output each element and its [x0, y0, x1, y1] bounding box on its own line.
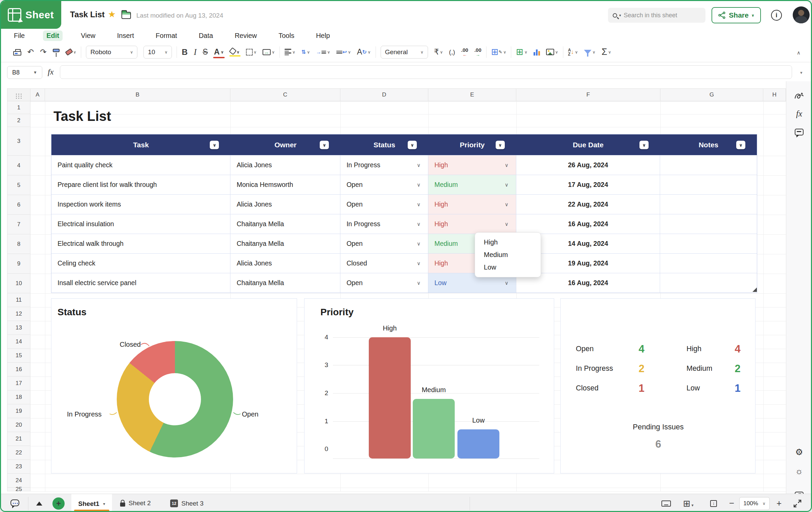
text-rotate-button[interactable]: A↻∨ [357, 47, 371, 57]
row-header-7[interactable]: 7 [7, 215, 30, 234]
row-header-17[interactable]: 17 [7, 377, 30, 390]
filter-dropdown-icon[interactable]: ∨ [496, 141, 505, 149]
insert-table-button[interactable]: ⊞∨ [516, 47, 527, 57]
user-avatar[interactable] [793, 6, 810, 23]
row-header-13[interactable]: 13 [7, 321, 30, 335]
priority-dropdown-icon[interactable]: ∨ [505, 221, 509, 227]
priority-dropdown-icon[interactable]: ∨ [505, 280, 509, 286]
print-button[interactable] [13, 48, 21, 56]
notes-cell[interactable] [660, 214, 757, 234]
status-cell[interactable]: Open∨ [340, 195, 428, 214]
column-header-F[interactable]: F [516, 88, 660, 101]
priority-dropdown-icon[interactable]: ∨ [505, 182, 509, 188]
task-cell[interactable]: Prepare client list for walk through [51, 175, 230, 194]
fullscreen-icon[interactable] [793, 499, 802, 508]
formula-bar-expand-icon[interactable]: ▾ [800, 70, 803, 75]
search-scope-caret-icon[interactable]: ▾ [619, 13, 621, 18]
column-header-B[interactable]: B [45, 88, 230, 101]
menu-format[interactable]: Format [152, 30, 180, 41]
row-header-21[interactable]: 21 [7, 432, 30, 446]
priority-cell[interactable]: Medium∨ [428, 175, 516, 194]
header-due-date[interactable]: Due Date∨ [516, 134, 660, 155]
status-cell[interactable]: Open∨ [340, 273, 428, 293]
undo-button[interactable]: ↶ [27, 47, 34, 57]
filter-dropdown-icon[interactable]: ∨ [639, 141, 649, 149]
zoom-level-select[interactable]: 100%∨ [739, 497, 770, 510]
row-header-25[interactable]: 25 [7, 488, 30, 491]
sheet-list-icon[interactable] [36, 502, 42, 506]
owner-cell[interactable]: Alicia Jones [230, 155, 340, 175]
sheet-tab-2[interactable]: Sheet 2 [120, 499, 151, 507]
sheet-search[interactable]: ▾ [608, 8, 705, 23]
owner-cell[interactable]: Alicia Jones [230, 195, 340, 214]
due-date-cell[interactable]: 22 Aug, 2024 [516, 195, 660, 214]
owner-cell[interactable]: Chaitanya Mella [230, 214, 340, 234]
sort-button[interactable]: AZ↓∨ [568, 48, 578, 56]
status-cell[interactable]: Open∨ [340, 234, 428, 253]
header-status[interactable]: Status∨ [340, 134, 428, 155]
owner-cell[interactable]: Chaitanya Mella [230, 273, 340, 293]
filter-button[interactable]: ∨ [584, 50, 595, 55]
redo-button[interactable]: ↷ [40, 47, 46, 57]
owner-cell[interactable]: Alicia Jones [230, 254, 340, 273]
task-cell[interactable]: Electrical walk through [51, 234, 230, 253]
row-header-2[interactable]: 2 [7, 114, 30, 127]
status-dropdown-icon[interactable]: ∨ [417, 221, 421, 227]
row-header-10[interactable]: 10 [7, 274, 30, 293]
owner-cell[interactable]: Chaitanya Mella [230, 234, 340, 253]
menu-help[interactable]: Help [313, 30, 333, 41]
fit-view-icon[interactable]: ↕ [710, 500, 717, 507]
row-header-22[interactable]: 22 [7, 446, 30, 460]
row-header-24[interactable]: 24 [7, 474, 30, 488]
owner-cell[interactable]: Monica Hemsworth [230, 175, 340, 194]
merge-cells-button[interactable]: ↔∨ [263, 49, 275, 55]
column-header-D[interactable]: D [340, 88, 428, 101]
notes-cell[interactable] [660, 254, 757, 273]
filter-dropdown-icon[interactable]: ∨ [320, 141, 329, 149]
folder-icon[interactable] [121, 12, 131, 19]
row-header-20[interactable]: 20 [7, 418, 30, 432]
priority-cell[interactable]: High∨ [428, 155, 516, 175]
status-dropdown-icon[interactable]: ∨ [417, 201, 421, 208]
strikethrough-button[interactable]: S [203, 47, 208, 57]
font-size-select[interactable]: 10∨ [143, 46, 172, 59]
indent-button[interactable]: →∨ [316, 49, 330, 55]
due-date-cell[interactable]: 26 Aug, 2024 [516, 155, 660, 175]
eraser-button[interactable]: ∨ [66, 50, 76, 55]
dropdown-option-high[interactable]: High [475, 236, 541, 249]
status-chart-card[interactable]: Status Closed In Progress Open [51, 298, 297, 473]
borders-button[interactable]: ∨ [246, 49, 257, 56]
text-color-button[interactable]: A∨ [214, 47, 224, 57]
add-sheet-button[interactable]: + [52, 497, 65, 510]
header-notes[interactable]: Notes∨ [660, 134, 757, 155]
menu-review[interactable]: Review [231, 30, 261, 41]
status-dropdown-icon[interactable]: ∨ [417, 260, 421, 266]
notes-cell[interactable] [660, 195, 757, 214]
menu-view[interactable]: View [77, 30, 99, 41]
row-header-1[interactable]: 1 [7, 101, 30, 114]
status-dropdown-icon[interactable]: ∨ [417, 280, 421, 286]
status-dropdown-icon[interactable]: ∨ [417, 162, 421, 168]
status-cell[interactable]: Open∨ [340, 175, 428, 194]
header-owner[interactable]: Owner∨ [230, 134, 340, 155]
row-header-9[interactable]: 9 [7, 254, 30, 274]
notes-cell[interactable] [660, 234, 757, 253]
priority-cell[interactable]: High∨ [428, 214, 516, 234]
row-header-16[interactable]: 16 [7, 363, 30, 377]
column-header-C[interactable]: C [230, 88, 340, 101]
row-header-19[interactable]: 19 [7, 404, 30, 418]
summary-card[interactable]: Open 4 In Progress 2 Closed 1 High 4 Med… [560, 298, 755, 473]
status-dropdown-icon[interactable]: ∨ [417, 241, 421, 247]
theme-toggle-icon[interactable]: ☼ [795, 466, 803, 476]
currency-format-button[interactable]: ₹∨ [434, 47, 443, 57]
zia-assistant-icon[interactable] [794, 92, 804, 101]
bold-button[interactable]: B [182, 47, 187, 57]
notes-cell[interactable] [660, 175, 757, 194]
column-header-H[interactable]: H [763, 88, 786, 101]
search-input[interactable] [623, 12, 691, 19]
row-header-23[interactable]: 23 [7, 460, 30, 474]
share-button[interactable]: Share ∨ [712, 7, 761, 23]
dropdown-option-medium[interactable]: Medium [475, 249, 541, 261]
row-header-12[interactable]: 12 [7, 307, 30, 321]
notes-cell[interactable] [660, 273, 757, 293]
